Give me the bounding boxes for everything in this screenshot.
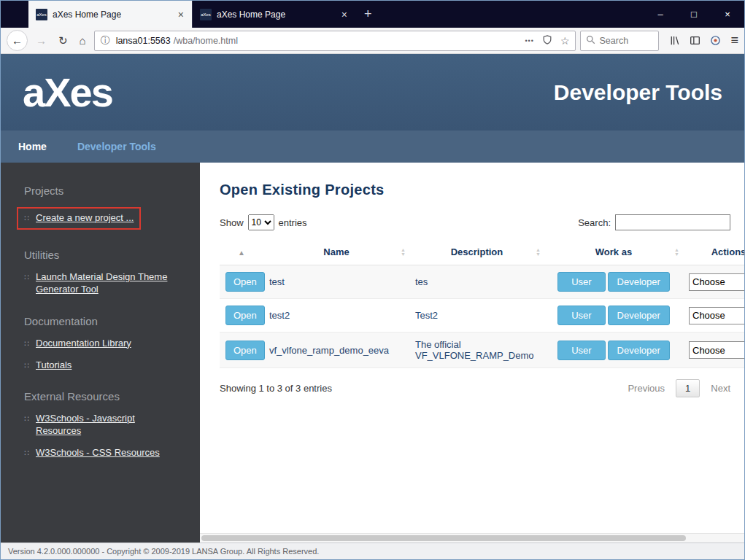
back-icon: ← bbox=[12, 34, 23, 47]
actions-select[interactable]: Choose bbox=[689, 341, 744, 359]
next-page-button[interactable]: Next bbox=[711, 383, 730, 394]
sidebars-icon[interactable] bbox=[690, 35, 700, 46]
axes-favicon-icon: aXes bbox=[36, 9, 47, 20]
menu-icon[interactable]: ≡ bbox=[730, 33, 738, 48]
forward-button[interactable]: → bbox=[32, 34, 50, 47]
sidebar-item-w3schools-js[interactable]: ∷ W3Schools - Javascript Resources bbox=[24, 413, 171, 438]
previous-page-button[interactable]: Previous bbox=[628, 383, 665, 394]
new-tab-button[interactable]: + bbox=[355, 4, 381, 25]
url-path: /wba/home.html bbox=[174, 36, 238, 46]
back-button[interactable]: ← bbox=[7, 30, 28, 51]
grip-dots-icon: ∷ bbox=[24, 413, 29, 424]
table-search-control: Search: bbox=[578, 214, 730, 230]
reload-button[interactable]: ↻ bbox=[55, 34, 72, 47]
sort-icons: ▲▼ bbox=[674, 248, 679, 257]
search-icon bbox=[586, 34, 595, 47]
app-title: Developer Tools bbox=[554, 80, 722, 105]
column-header-name[interactable]: Name ▲▼ bbox=[263, 239, 409, 265]
library-icon[interactable] bbox=[669, 35, 680, 46]
site-info-icon[interactable]: ⓘ bbox=[101, 34, 110, 47]
grip-dots-icon: ∷ bbox=[24, 212, 29, 224]
sidebar-link[interactable]: W3Schools - CSS Resources bbox=[36, 447, 160, 459]
tab-close-icon[interactable]: × bbox=[176, 9, 186, 20]
projects-table: ▲ Name ▲▼ Description ▲▼ Work as ▲▼ Acti… bbox=[220, 239, 744, 368]
page-size-select[interactable]: 10 bbox=[248, 214, 274, 230]
home-icon: ⌂ bbox=[80, 34, 86, 47]
bookmark-star-icon[interactable]: ☆ bbox=[560, 35, 570, 47]
sidebar-link[interactable]: Documentation Library bbox=[36, 338, 131, 350]
work-as-developer-button[interactable]: Developer bbox=[608, 306, 670, 325]
sidebar-section-utilities: Utilities ∷ Launch Material Design Theme… bbox=[24, 249, 187, 296]
browser-tab-active[interactable]: aXes aXes Home Page × bbox=[28, 1, 192, 28]
main-content: Open Existing Projects Show 10 entries S… bbox=[200, 163, 744, 542]
url-host: lansa01:5563 bbox=[116, 36, 171, 46]
sidebar-item-w3schools-css[interactable]: ∷ W3Schools - CSS Resources bbox=[24, 447, 160, 459]
tab-title: aXes Home Page bbox=[53, 9, 171, 20]
browser-window: aXes aXes Home Page × aXes aXes Home Pag… bbox=[0, 0, 745, 560]
actions-select[interactable]: Choose bbox=[689, 307, 744, 324]
work-as-developer-button[interactable]: Developer bbox=[608, 272, 670, 292]
sidebar-link[interactable]: Launch Material Design Theme Generator T… bbox=[36, 271, 171, 296]
work-as-user-button[interactable]: User bbox=[557, 341, 605, 360]
sidebar-section-documentation: Documentation ∷ Documentation Library ∷ … bbox=[24, 315, 187, 372]
url-bar[interactable]: ⓘ lansa01:5563/wba/home.html ••• ☆ bbox=[94, 31, 576, 51]
project-description-cell: The official VF_VLFONE_RAMP_Demo bbox=[409, 332, 544, 368]
sort-icons: ▲▼ bbox=[401, 248, 406, 257]
home-button[interactable]: ⌂ bbox=[76, 34, 90, 47]
maximize-button[interactable]: □ bbox=[677, 1, 711, 28]
table-search-input[interactable] bbox=[615, 214, 730, 230]
titlebar-drag-space bbox=[1, 1, 28, 28]
sidebar-link[interactable]: W3Schools - Javascript Resources bbox=[36, 413, 171, 438]
actions-select[interactable]: Choose bbox=[689, 273, 744, 291]
column-header-work-as[interactable]: Work as ▲▼ bbox=[544, 239, 683, 265]
section-heading: Utilities bbox=[24, 249, 187, 261]
close-button[interactable]: × bbox=[711, 1, 744, 28]
project-name-cell: test2 bbox=[263, 299, 409, 332]
nav-item-home[interactable]: Home bbox=[18, 141, 47, 152]
column-label: Work as bbox=[595, 246, 632, 257]
column-header-open[interactable]: ▲ bbox=[220, 239, 263, 265]
column-header-actions[interactable]: Actions bbox=[683, 239, 744, 265]
project-description-cell: tes bbox=[409, 265, 544, 299]
forward-icon: → bbox=[36, 34, 47, 47]
axes-logo: aXes bbox=[23, 69, 112, 116]
sidebar-item-create-project[interactable]: ∷ Create a new project ... bbox=[17, 207, 141, 230]
pagination: Previous 1 Next bbox=[628, 379, 730, 397]
entries-summary: Showing 1 to 3 of 3 entries bbox=[220, 383, 332, 394]
page-actions-icon[interactable]: ••• bbox=[525, 37, 533, 44]
minimize-button[interactable]: – bbox=[644, 1, 677, 28]
tab-close-icon[interactable]: × bbox=[339, 9, 350, 20]
shield-icon[interactable] bbox=[542, 34, 552, 47]
sidebar-item-tutorials[interactable]: ∷ Tutorials bbox=[24, 359, 72, 372]
sidebar-section-external-resources: External Resources ∷ W3Schools - Javascr… bbox=[24, 390, 187, 459]
work-as-user-button[interactable]: User bbox=[557, 306, 605, 325]
work-as-user-button[interactable]: User bbox=[557, 272, 605, 292]
extension-icon[interactable] bbox=[710, 35, 721, 46]
page-title: Open Existing Projects bbox=[220, 182, 729, 198]
axes-favicon-icon: aXes bbox=[200, 9, 212, 20]
page-footer: Version 4.2.0.000.000000 - Copyright © 2… bbox=[1, 542, 744, 559]
column-header-description[interactable]: Description ▲▼ bbox=[409, 239, 544, 265]
window-controls: – □ × bbox=[644, 1, 744, 28]
column-label: Name bbox=[323, 246, 349, 257]
tab-title: aXes Home Page bbox=[217, 9, 334, 20]
nav-item-developer-tools[interactable]: Developer Tools bbox=[77, 141, 156, 152]
section-heading: External Resources bbox=[24, 390, 187, 402]
table-header-row: ▲ Name ▲▼ Description ▲▼ Work as ▲▼ Acti… bbox=[220, 239, 744, 265]
open-button[interactable]: Open bbox=[225, 341, 265, 360]
column-label: Actions bbox=[711, 246, 744, 257]
current-page-button[interactable]: 1 bbox=[676, 379, 700, 397]
sidebar-link[interactable]: Create a new project ... bbox=[36, 212, 134, 225]
open-button[interactable]: Open bbox=[225, 306, 265, 325]
scrollbar-thumb[interactable] bbox=[201, 535, 686, 541]
column-label: Description bbox=[451, 246, 503, 257]
search-box[interactable] bbox=[580, 31, 659, 51]
browser-tab-inactive[interactable]: aXes aXes Home Page × bbox=[192, 1, 355, 28]
browser-search-input[interactable] bbox=[599, 36, 650, 46]
sidebar-item-material-theme-tool[interactable]: ∷ Launch Material Design Theme Generator… bbox=[24, 271, 171, 296]
sidebar-link[interactable]: Tutorials bbox=[36, 359, 72, 372]
horizontal-scrollbar[interactable] bbox=[200, 533, 744, 542]
sidebar-item-documentation-library[interactable]: ∷ Documentation Library bbox=[24, 338, 131, 350]
work-as-developer-button[interactable]: Developer bbox=[608, 341, 670, 360]
open-button[interactable]: Open bbox=[225, 272, 265, 292]
